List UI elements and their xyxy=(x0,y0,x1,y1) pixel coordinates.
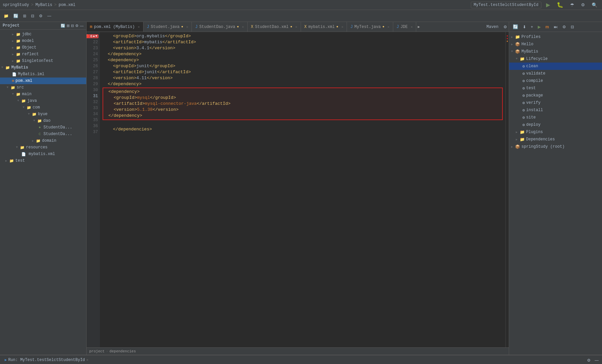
tree-item-object[interactable]: ▶ 📁 Object xyxy=(0,44,86,51)
maven-item-test[interactable]: ⚙ test xyxy=(509,85,602,92)
tab-mytest-java[interactable]: J MyTest.java ● ✕ xyxy=(347,22,393,32)
run-tab-main[interactable]: ▶ Run: MyTest.testSelctStudentById ✕ xyxy=(2,356,91,364)
maven-item-package[interactable]: ⚙ package xyxy=(509,92,602,99)
maven-item-compile[interactable]: ⚙ compile xyxy=(509,77,602,85)
sync-icon-btn[interactable]: 🔄 xyxy=(61,24,65,28)
tab-jde[interactable]: J JDE ✕ xyxy=(393,22,417,32)
maven-collapse-btn[interactable]: ⊟ xyxy=(569,24,576,30)
tree-item-java[interactable]: ▼ 📁 java xyxy=(0,97,86,104)
maven-tree: ▶ 📁 Profiles ▶ 📦 Hello ▼ 📦 MyBatis ▼ 📁 L… xyxy=(509,32,602,355)
minimize-button[interactable]: — xyxy=(46,13,53,19)
maven-item-hello[interactable]: ▶ 📦 Hello xyxy=(509,41,602,48)
warning-marker xyxy=(507,41,508,42)
tree-item-jdbc[interactable]: ▶ 📁 jdbc xyxy=(0,31,86,38)
project-tree: ▶ 📁 jdbc ▶ 📁 model ▶ 📁 Object ▶ 📁 refle xyxy=(0,30,86,355)
close-tab-student[interactable]: ✕ xyxy=(186,25,188,29)
tree-item-dao[interactable]: ▼ 📁 dao xyxy=(0,117,86,124)
maven-item-plugins[interactable]: ▶ 📁 Plugins xyxy=(509,128,602,136)
maven-download-btn[interactable]: + xyxy=(529,24,535,30)
run-button[interactable]: ▶ xyxy=(544,1,552,9)
code-line-23: <artifactId>mybatis</artifactId> xyxy=(103,39,503,45)
editor-area: m pom.xml (MyBatis) ✕ J Student.java ● ✕… xyxy=(87,22,509,355)
collapse-all-button[interactable]: ⊟ xyxy=(29,13,36,19)
maven-generate-btn[interactable]: ⬇ xyxy=(521,24,528,30)
tree-item-domain[interactable]: ▶ 📁 domain xyxy=(0,137,86,144)
tab-pom-xml[interactable]: m pom.xml (MyBatis) ✕ xyxy=(87,22,144,32)
tree-item-com[interactable]: ▼ 📁 com xyxy=(0,104,86,111)
title-bar-right: MyTest.testSelctStudentById ▶ 🐛 ☂ ⚙ 🔍 xyxy=(471,1,599,9)
settings-run-btn[interactable]: ⚙ xyxy=(586,357,592,363)
close-tab-mytest[interactable]: ✕ xyxy=(388,25,390,29)
maven-item-install[interactable]: ⚙ install xyxy=(509,106,602,114)
tree-item-test[interactable]: ▶ 📁 test xyxy=(0,157,86,164)
maven-item-dependencies[interactable]: ▶ 📁 Dependencies xyxy=(509,136,602,143)
tree-item-studentdao-class[interactable]: C StudentDa... xyxy=(0,131,86,137)
close-tab-jde[interactable]: ✕ xyxy=(411,25,413,29)
project-panel-title: Project xyxy=(3,23,19,28)
close-tab-pom[interactable]: ✕ xyxy=(138,25,140,29)
tree-item-mybatis[interactable]: ▼ 📁 MyBatis xyxy=(0,64,86,71)
maven-item-verify[interactable]: ⚙ verify xyxy=(509,99,602,106)
tab-studentdao-xml[interactable]: X StudentDao.xml ● ✕ xyxy=(248,22,301,32)
maven-test-label: test xyxy=(526,86,536,91)
maven-settings-btn[interactable]: ⚙ xyxy=(502,24,509,30)
more-tabs[interactable]: ▶ xyxy=(418,25,420,29)
maven-validate-label: validate xyxy=(526,71,545,76)
maven-item-mybatis[interactable]: ▼ 📦 MyBatis xyxy=(509,48,602,55)
tree-item-byue[interactable]: ▼ 📁 byue xyxy=(0,111,86,117)
maven-item-deploy[interactable]: ⚙ deploy xyxy=(509,121,602,128)
close-tab-studentdao[interactable]: ✕ xyxy=(242,25,244,29)
tree-item-model[interactable]: ▶ 📁 model xyxy=(0,38,86,44)
maven-m-btn[interactable]: m xyxy=(544,24,551,30)
maven-sync-btn[interactable]: 🔄 xyxy=(511,23,520,30)
tree-item-singleton[interactable]: ▶ 📁 SingletonTest xyxy=(0,58,86,64)
maven-compile-label: compile xyxy=(526,79,543,83)
maven-run-btn[interactable]: ▶ xyxy=(536,24,542,30)
debug-button[interactable]: 🐛 xyxy=(555,1,565,9)
minimize-panel-btn[interactable]: — xyxy=(80,24,84,28)
maven-item-profiles[interactable]: ▶ 📁 Profiles xyxy=(509,33,602,41)
settings-button[interactable]: ⚙ xyxy=(579,2,587,8)
maven-item-springstudy[interactable]: ▶ 📦 springStudy (root) xyxy=(509,143,602,150)
expand-icon-btn[interactable]: ⊞ xyxy=(67,24,70,28)
search-everywhere-button[interactable]: 🔍 xyxy=(590,2,599,8)
close-tab-mybatis[interactable]: ✕ xyxy=(341,25,343,29)
code-line-34: <version>5.1.38</version> xyxy=(103,107,502,113)
error-marker-1 xyxy=(507,35,508,37)
bottom-panel: ▶ Run: MyTest.testSelctStudentById ✕ ⚙ —… xyxy=(0,355,602,364)
tab-mybatis-xml[interactable]: X mybatis.xml ● ✕ xyxy=(301,22,347,32)
maven-item-lifecycle[interactable]: ▼ 📁 Lifecycle xyxy=(509,55,602,63)
maven-site-label: site xyxy=(526,115,536,120)
close-tab-studentdao-xml[interactable]: ✕ xyxy=(295,25,297,29)
tree-item-resources[interactable]: ▼ 📁 resources xyxy=(0,144,86,151)
maven-dependencies-label: Dependencies xyxy=(526,137,555,142)
maven-skip-btn[interactable]: ⏭ xyxy=(552,24,559,30)
highlighted-dependency-block: <dependency> <groupId>mysql</groupId> <a… xyxy=(103,88,503,120)
sync-button[interactable]: 🔄 xyxy=(12,13,20,19)
maven-item-site[interactable]: ⚙ site xyxy=(509,114,602,121)
tree-item-studentdao-interface[interactable]: ● StudentDa... xyxy=(0,124,86,131)
tree-item-mybatis-iml[interactable]: 📄 MyBatis.iml xyxy=(0,71,86,78)
maven-item-validate[interactable]: ⚙ validate xyxy=(509,70,602,77)
code-line-22: <groupId>org.mybatis</groupId> xyxy=(103,33,503,39)
settings-icon-btn[interactable]: ⚙ xyxy=(75,24,79,28)
tree-item-src[interactable]: ▼ 📁 src xyxy=(0,84,86,91)
expand-all-button[interactable]: ⊞ xyxy=(21,13,28,19)
maven-item-clean[interactable]: ⚙ clean xyxy=(509,63,602,70)
tree-item-main[interactable]: ▼ 📁 main xyxy=(0,91,86,97)
collapse-icon-btn[interactable]: ⊟ xyxy=(71,24,74,28)
run-coverage-button[interactable]: ☂ xyxy=(568,2,576,8)
maven-settings-icon-btn[interactable]: ⚙ xyxy=(561,24,568,30)
tab-student-java[interactable]: J Student.java ● ✕ xyxy=(144,22,192,32)
settings-tree-button[interactable]: ⚙ xyxy=(37,13,44,19)
project-toggle[interactable]: 📁 xyxy=(2,13,10,19)
minimize-run-btn[interactable]: — xyxy=(593,357,600,363)
code-line-32: <groupId>mysql</groupId> xyxy=(103,95,502,101)
tree-item-reflect[interactable]: ▶ 📁 reflect xyxy=(0,51,86,58)
project-panel: Project 🔄 ⊞ ⊟ ⚙ — ▶ 📁 jdbc ▶ 📁 model xyxy=(0,22,87,355)
tree-item-pom-xml[interactable]: m pom.xml xyxy=(0,78,86,84)
code-content[interactable]: <groupId>org.mybatis</groupId> <artifact… xyxy=(100,32,505,347)
code-line-24: <version>3.4.1</version> xyxy=(103,45,503,51)
tree-item-mybatis-xml[interactable]: 📄 mybatis.xml xyxy=(0,151,86,157)
tab-studentdao-java[interactable]: J StudentDao.java ● ✕ xyxy=(192,22,247,32)
